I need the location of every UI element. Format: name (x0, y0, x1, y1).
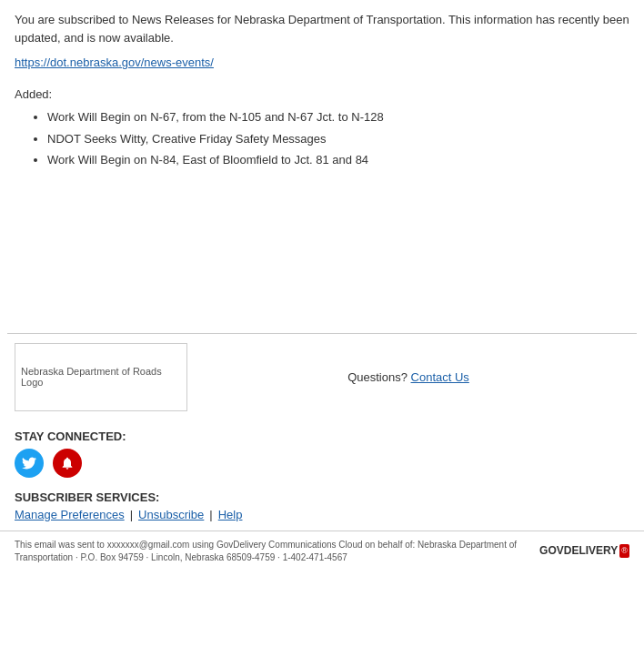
twitter-icon[interactable] (15, 449, 44, 478)
govdelivery-badge: ® (619, 544, 629, 558)
contact-us-link[interactable]: Contact Us (411, 370, 469, 384)
stay-connected-section: STAY CONNECTED: (0, 420, 644, 490)
logo-alt-text: Nebraska Department of Roads Logo (21, 366, 181, 388)
news-events-link[interactable]: https://dot.nebraska.gov/news-events/ (15, 56, 629, 69)
help-link[interactable]: Help (218, 508, 243, 521)
contact-section: Questions? Contact Us (187, 370, 629, 384)
questions-text: Questions? (347, 370, 408, 384)
list-item: Work Will Begin on N-84, East of Bloomfi… (47, 151, 629, 169)
subscriber-services-section: SUBSCRIBER SERVICES: Manage Preferences … (0, 490, 644, 531)
footer-logo-contact: Nebraska Department of Roads Logo Questi… (0, 334, 644, 420)
subscriber-label: SUBSCRIBER SERVICES: (15, 490, 629, 504)
separator-2: | (209, 508, 212, 521)
social-icons (15, 449, 629, 478)
list-item: Work Will Begin on N-67, from the N-105 … (47, 108, 629, 126)
notification-icon[interactable] (53, 449, 82, 478)
main-content: You are subscribed to News Releases for … (0, 0, 644, 333)
list-item: NDOT Seeks Witty, Creative Friday Safety… (47, 130, 629, 148)
separator-1: | (130, 508, 133, 521)
stay-connected-label: STAY CONNECTED: (15, 430, 629, 443)
govdelivery-text: GOVDELIVERY (539, 543, 618, 559)
items-list: Work Will Begin on N-67, from the N-105 … (15, 108, 629, 169)
subscriber-links: Manage Preferences | Unsubscribe | Help (15, 508, 629, 521)
govdelivery-brand: GOVDELIVERY® (539, 543, 629, 559)
added-label: Added: (15, 87, 629, 101)
intro-text: You are subscribed to News Releases for … (15, 11, 629, 46)
spacer (15, 178, 629, 324)
logo-image: Nebraska Department of Roads Logo (15, 343, 187, 411)
unsubscribe-link[interactable]: Unsubscribe (138, 508, 204, 521)
manage-preferences-link[interactable]: Manage Preferences (15, 508, 125, 521)
email-footer-text: This email was sent to xxxxxxx@gmail.com… (15, 539, 539, 564)
email-footer: This email was sent to xxxxxxx@gmail.com… (0, 531, 644, 571)
